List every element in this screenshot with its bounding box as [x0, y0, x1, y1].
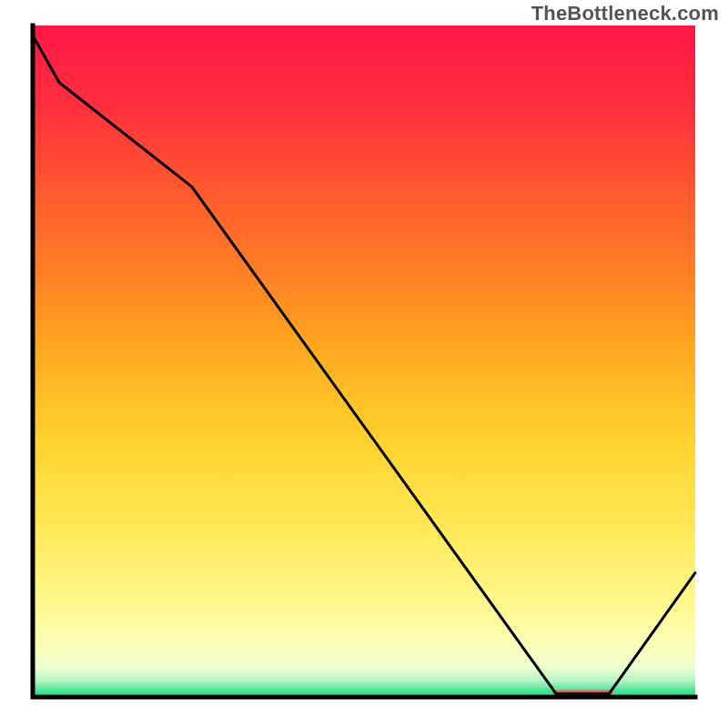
bottleneck-chart — [0, 0, 728, 728]
chart-background — [33, 25, 695, 697]
chart-container: TheBottleneck.com — [0, 0, 728, 728]
watermark-text: TheBottleneck.com — [531, 2, 719, 25]
